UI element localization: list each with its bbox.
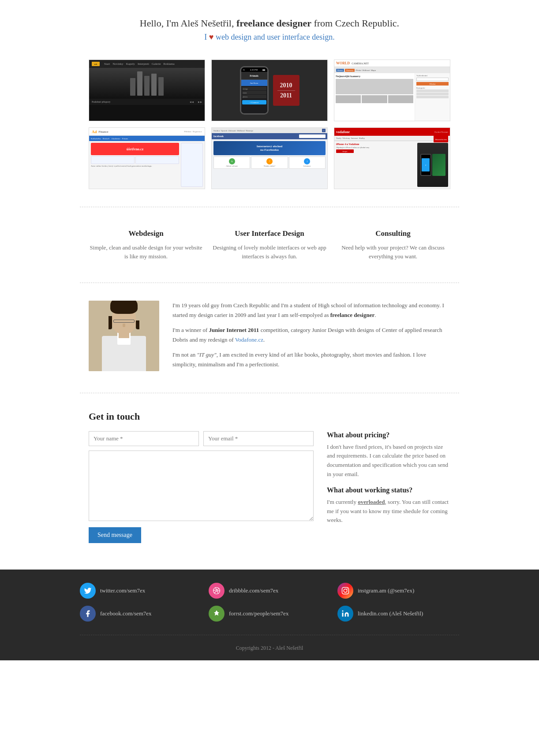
- vodafone-link[interactable]: Vodafone.cz: [235, 336, 263, 343]
- service-consulting-desc: Need help with your project? We can disc…: [336, 243, 450, 261]
- intro-line: Hello, I'm Aleš Nešetřil, freelance desi…: [9, 18, 530, 29]
- instagram-icon: [337, 583, 353, 599]
- footer-link-dribbble[interactable]: dribbble.com/sem7ex: [209, 583, 330, 599]
- facebook-label: facebook.com/sem7ex: [100, 610, 152, 617]
- overloaded-text: overloaded: [358, 499, 385, 505]
- service-ui-desc: Designing of lovely mobile interfaces or…: [212, 243, 327, 261]
- service-webdesign-title: Webdesign: [89, 229, 203, 238]
- about-section: I'm 19 years old guy from Czech Republic…: [80, 292, 459, 384]
- faq-answer-2: I'm currently overloaded, sorry. You can…: [327, 498, 450, 525]
- forrst-icon: [209, 606, 225, 622]
- svg-point-4: [342, 610, 344, 611]
- portfolio-item-vodafone[interactable]: vodafone Osobní Firemní Tarify Telefony …: [334, 127, 450, 189]
- header: Hello, I'm Aleš Nešetřil, freelance desi…: [0, 0, 539, 55]
- send-button[interactable]: Send message: [89, 527, 141, 543]
- dribbble-label: dribbble.com/sem7ex: [229, 587, 278, 594]
- forrst-label: forrst.com/people/sem7ex: [229, 610, 288, 617]
- faq-answer-1: I don't have fixed prices, it's based on…: [327, 443, 450, 479]
- contact-form: Send message: [89, 431, 314, 543]
- service-consulting: Consulting Need help with your project? …: [336, 229, 450, 261]
- divider-2: [80, 283, 459, 283]
- profile-photo: [89, 301, 159, 371]
- footer-link-facebook[interactable]: facebook.com/sem7ex: [80, 606, 202, 622]
- footer-link-instagram[interactable]: instgram.am (@sem7ex): [337, 583, 459, 599]
- portfolio-grid: mh Start Novinky Kapely Interpreti Galer…: [89, 60, 450, 189]
- message-textarea[interactable]: [89, 451, 314, 521]
- footer-links: twitter.com/sem7ex dribbble.com/sem7ex i…: [80, 583, 459, 630]
- form-name-email-row: [89, 431, 314, 446]
- footer: twitter.com/sem7ex dribbble.com/sem7ex i…: [0, 570, 539, 660]
- faq-question-2: What about working status?: [327, 486, 450, 494]
- about-paragraph-3: I'm not an "IT guy", I am excited in eve…: [172, 350, 450, 369]
- instagram-label: instgram.am (@sem7ex): [358, 587, 414, 594]
- heart-icon: ♥: [209, 33, 214, 41]
- about-paragraph-1: I'm 19 years old guy from Czech Republic…: [172, 301, 450, 320]
- service-ui-title: User Interface Design: [212, 229, 327, 238]
- faq-question-1: What about pricing?: [327, 431, 450, 439]
- services-section: Webdesign Simple, clean and usable desig…: [80, 220, 459, 269]
- portfolio-item-iphone[interactable]: 3G 4:20 PM ▮▮▮ Friends Jan Kuca storage: [211, 60, 328, 121]
- contact-layout: Send message What about pricing? I don't…: [89, 431, 450, 543]
- email-input[interactable]: [203, 431, 314, 446]
- linkedin-label: linkedin.com (Aleš Nešetřil): [358, 610, 423, 617]
- contact-info: What about pricing? I don't have fixed p…: [327, 431, 450, 543]
- contact-section: Get in touch Send message What about pri…: [80, 402, 459, 552]
- footer-link-linkedin[interactable]: linkedin.com (Aleš Nešetřil): [337, 606, 459, 622]
- about-text: I'm 19 years old guy from Czech Republic…: [172, 301, 450, 375]
- footer-divider: [80, 635, 459, 635]
- portfolio-item-facebook-shop[interactable]: Soubor Upravit Zobrazit Oblíbené Nástroj…: [211, 127, 328, 189]
- dribbble-icon: [209, 583, 225, 599]
- portfolio-item-worldcamera[interactable]: WORLD CAMERA.NET Home Kamery Přidat Oblí…: [334, 60, 450, 121]
- facebook-icon: [80, 606, 96, 622]
- intro-suffix: from Czech Republic.: [314, 18, 399, 29]
- portfolio-section: mh Start Novinky Kapely Interpreti Galer…: [80, 55, 459, 202]
- svg-rect-1: [342, 587, 349, 594]
- twitter-label: twitter.com/sem7ex: [100, 587, 145, 594]
- bold-title: freelance designer: [236, 18, 311, 29]
- svg-point-3: [347, 588, 348, 589]
- about-paragraph-2: I'm a winner of Junior Internet 2011 com…: [172, 325, 450, 345]
- twitter-icon: [80, 583, 96, 599]
- divider-3: [80, 393, 459, 393]
- service-webdesign-desc: Simple, clean and usable design for your…: [89, 243, 203, 261]
- name-input[interactable]: [89, 431, 199, 446]
- linkedin-icon: [337, 606, 353, 622]
- portfolio-item-hudba[interactable]: mh Start Novinky Kapely Interpreti Galer…: [89, 60, 205, 121]
- service-consulting-title: Consulting: [336, 229, 450, 238]
- intro-text: Hello, I'm Aleš Nešetřil,: [140, 18, 234, 29]
- footer-copyright: Copyrights 2012 - Aleš Nešetřil: [9, 640, 530, 652]
- divider-1: [80, 207, 459, 207]
- service-ui-design: User Interface Design Designing of lovel…: [212, 229, 327, 261]
- footer-link-forrst[interactable]: forrst.com/people/sem7ex: [209, 606, 330, 622]
- footer-link-twitter[interactable]: twitter.com/sem7ex: [80, 583, 202, 599]
- service-webdesign: Webdesign Simple, clean and usable desig…: [89, 229, 203, 261]
- svg-point-2: [344, 589, 347, 592]
- contact-title: Get in touch: [89, 411, 450, 422]
- tagline: I ♥ web design and user interface design…: [9, 33, 530, 42]
- portfolio-item-adfinance[interactable]: Ad Finance Přihlásit Registrace Kalkulač…: [89, 127, 205, 189]
